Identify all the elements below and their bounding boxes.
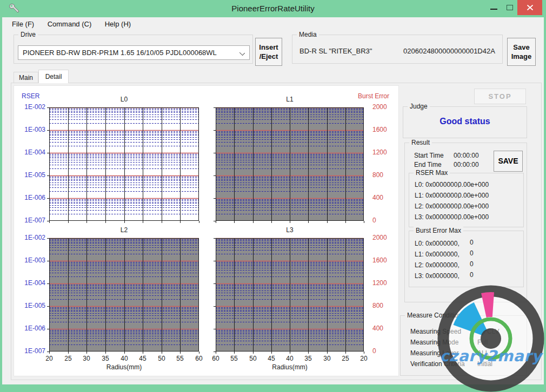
rser-max-l2-value: 0.00e+000 [458,202,489,210]
y2-tick-label: 1200 [372,148,395,156]
measuring-speed-label: Measuring Speed [410,328,461,335]
x-tick-label: 25 [338,355,353,362]
x-tick-label: 30 [319,355,335,362]
rser-max-l0-value: 0.00e+000 [458,181,489,188]
measuring-speed-value: 2X CLV [477,328,499,335]
insert-eject-line2: /Eject [259,52,278,61]
y2-tick-label: 1600 [372,256,395,264]
insert-eject-line1: Insert [259,43,278,52]
chart-panel: L0L1L2202530354045505560Radius(mm)L36055… [14,85,399,376]
menubar: File (F) Command (C) Help (H) [2,17,544,31]
media-id: 0206024800000000001D42A [403,47,495,55]
x-tick-label: 20 [356,355,371,362]
chart-plot-L2 [49,238,199,352]
judge-status: Good status [403,117,527,126]
tab-main[interactable]: Main [14,72,38,83]
burst-max-l3-value: 0 [470,271,474,279]
result-group-label: Result [409,139,432,146]
insert-eject-button[interactable]: Insert /Eject [255,38,282,66]
x-axis-label: Radius(mm) [216,363,364,371]
chart-title-L2: L2 [49,226,199,234]
judge-group-label: Judge [408,103,430,110]
y2-tick-label: 0 [372,217,395,224]
x-tick-label: 20 [42,355,57,362]
verification-criteria-value: Initial [477,360,492,368]
menu-help[interactable]: Help (H) [99,17,136,31]
y-tick-label: 1E-003 [18,126,45,133]
y2-tick-label: 800 [372,302,395,309]
measuring-mode-value: Full [477,339,488,346]
burst-max-l1-label: L1: 0x0000000, [415,251,460,258]
y-tick-label: 1E-006 [18,325,45,332]
rser-max-l0-label: L0: 0x0000000, [415,181,460,188]
y-tick-label: 1E-005 [18,302,45,309]
rser-max-l3-value: 0.00e+000 [458,213,489,221]
maximize-button[interactable] [502,0,517,15]
x-tick-label: 40 [282,355,297,362]
burst-max-l2-value: 0 [470,260,474,268]
rser-max-group-label: RSER Max [414,169,450,177]
start-time-label: Start Time [414,152,444,159]
x-tick-label: 30 [79,355,94,362]
chart-plot-L1 [216,107,364,221]
chevron-down-icon [239,50,245,56]
minimize-button[interactable] [486,0,501,15]
burst-max-l2-label: L2: 0x0000000, [415,261,460,269]
chart-title-L0: L0 [49,96,199,103]
minimize-icon [490,9,497,10]
menu-command[interactable]: Command (C) [42,17,97,31]
x-tick-label: 55 [172,355,188,362]
y2-tick-label: 400 [372,194,395,201]
drive-groupbox: Drive PIONEER BD-RW BDR-PR1M 1.65 16/10/… [14,35,253,64]
measure-condition-group-label: Measure Condition [405,312,464,319]
x-tick-label: 45 [135,355,150,362]
burst-error-max-groupbox: Burst Error Max L0: 0x0000000, 0 L1: 0x0… [409,231,524,287]
y-tick-label: 1E-003 [18,256,45,264]
window-content: File (F) Command (C) Help (H) Drive PION… [2,17,544,384]
close-icon [527,4,534,11]
save-image-line2: Image [511,52,532,61]
judge-groupbox: Judge Good status [403,106,527,138]
chart-plot-L0 [49,107,199,221]
rser-max-groupbox: RSER Max L0: 0x0000000, 0.00e+000 L1: 0x… [409,173,524,227]
burst-max-l1-value: 0 [470,249,474,257]
save-image-line1: Save [513,43,529,52]
end-time-value: 00:00:00 [454,161,479,168]
stop-button[interactable]: STOP [474,89,526,104]
menu-file[interactable]: File (F) [6,17,39,31]
x-tick-label: 45 [264,355,279,362]
measuring-layer-label: Measuring Layer [410,349,458,357]
y-tick-label: 1E-005 [18,171,45,179]
y-tick-label: 1E-007 [18,217,45,224]
media-group-label: Media [297,31,319,38]
x-tick-label: 60 [191,355,207,362]
y-tick-label: 1E-004 [18,148,45,156]
chart-title-L3: L3 [216,226,364,234]
y-tick-label: 1E-007 [18,347,45,355]
drive-select[interactable]: PIONEER BD-RW BDR-PR1M 1.65 16/10/05 PJD… [18,45,250,60]
x-tick-label: 40 [117,355,132,362]
y2-tick-label: 2000 [372,103,395,111]
measuring-layer-value: ALL [477,349,489,357]
x-tick-label: 35 [98,355,113,362]
save-button[interactable]: SAVE [494,151,523,172]
chart-plot-L3 [216,238,364,352]
rser-max-l1-label: L1: 0x0000000, [415,192,460,199]
verification-criteria-label: Verification Criteria [410,360,465,368]
x-tick-label: 50 [154,355,169,362]
x-tick-label: 60 [208,355,223,362]
y2-tick-label: 2000 [372,234,395,241]
close-button[interactable] [517,0,542,15]
y2-tick-label: 1200 [372,279,395,287]
y-tick-label: 1E-004 [18,279,45,287]
y-tick-label: 1E-006 [18,194,45,201]
start-time-value: 00:00:00 [454,152,479,159]
y-tick-label: 1E-002 [18,103,45,111]
drive-group-label: Drive [18,31,38,38]
measuring-mode-label: Measuring Mode [410,339,458,346]
y2-tick-label: 1600 [372,126,395,133]
save-image-button[interactable]: Save Image [507,38,536,66]
y2-axis-title: Burst Error [355,92,392,100]
tab-detail[interactable]: Detail [38,70,69,83]
x-axis-label: Radius(mm) [49,363,199,371]
